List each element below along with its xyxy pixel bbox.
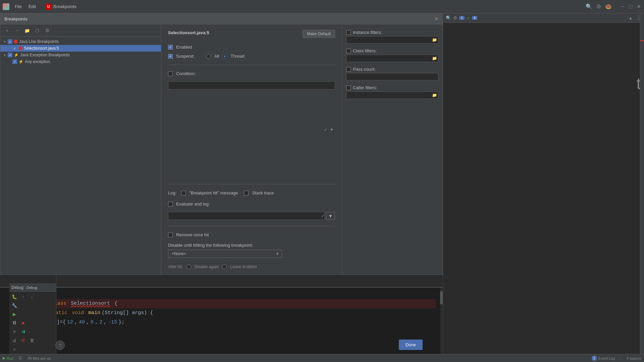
search-icon[interactable]: 🔍 (586, 3, 592, 10)
suspend-thread-radio[interactable] (222, 54, 227, 59)
instance-filter-input[interactable] (346, 36, 438, 44)
pass-count-input[interactable] (346, 73, 438, 80)
menu-file[interactable]: File (12, 3, 24, 10)
code-scrollbar[interactable] (440, 288, 443, 354)
debug-wrench-icon[interactable]: 🔧 (11, 302, 18, 309)
evaluate-expand-icon[interactable]: ⤢ (321, 214, 324, 218)
enabled-row: Enabled (168, 45, 335, 50)
code-scrollbar-thumb[interactable] (440, 291, 443, 304)
expand-arrow-icon2: ▼ (3, 53, 6, 57)
debug-more-icon[interactable]: » (11, 345, 18, 353)
settings-icon[interactable]: ⚙ (596, 3, 601, 10)
debug-print-icon[interactable]: 🖨 (11, 337, 18, 344)
debug-stop-icon[interactable]: ■ (19, 319, 27, 326)
evaluate-arrow-button[interactable]: ▼ (326, 212, 335, 220)
window-title: Breakpoints (53, 4, 76, 9)
suspend-checkbox[interactable] (168, 54, 173, 59)
open-folder-button[interactable]: 📁 (23, 26, 31, 35)
stack-trace-checkbox[interactable] (244, 191, 249, 195)
debug-tool-row-7: » (11, 345, 55, 353)
anyexception-checkbox[interactable] (12, 59, 17, 64)
dialog-body: + − 📁 ⬡ ⚙ ▼ Java Line Breakpoints (0, 24, 442, 275)
instance-filter-folder-icon[interactable]: 📁 (432, 38, 437, 42)
debug-resume-icon[interactable]: ▶ (11, 310, 18, 318)
enabled-checkbox[interactable] (168, 45, 173, 50)
make-default-button[interactable]: Make Default (303, 30, 335, 38)
debug-trash-icon[interactable]: 🗑 (28, 337, 36, 344)
disable-until-select[interactable]: <None> (168, 250, 282, 258)
selectionsort-label: Selectionsort.java:5 (24, 46, 59, 51)
evaluate-checkbox[interactable] (168, 202, 173, 206)
minimize-button[interactable]: − (620, 4, 625, 9)
divider1 (168, 65, 335, 65)
debug-tool-row-3: ▶ (11, 310, 55, 318)
pass-count-label-row: Pass count: (346, 67, 438, 72)
debug-bugs-icon[interactable]: 🐛 (11, 293, 18, 300)
remove-breakpoint-button[interactable]: − (13, 26, 21, 35)
comma1-7: , (74, 318, 77, 327)
class-filter-checkbox[interactable] (346, 49, 351, 53)
condition-arrow-icon[interactable]: ▼ (330, 127, 334, 132)
group-line-checkbox[interactable] (8, 39, 12, 44)
caller-filter-checkbox[interactable] (346, 85, 351, 90)
bp-item-selectionsort[interactable]: Selectionsort.java:5 (0, 45, 161, 52)
close-button[interactable]: ✕ (636, 4, 641, 9)
leave-enabled-label: Leave enabled (230, 264, 257, 269)
event-log-label: Event Log (598, 356, 615, 360)
instance-filter-row: Instance filters: 📁 (346, 30, 438, 44)
debug-list1-icon[interactable]: ≡ (11, 328, 18, 335)
evaluate-input[interactable] (168, 212, 325, 220)
done-button[interactable]: Done (399, 340, 423, 350)
pass-count-checkbox[interactable] (346, 67, 351, 72)
group-exception-checkbox[interactable] (8, 53, 12, 57)
disable-again-radio[interactable] (186, 264, 191, 269)
debug-section: Debug: Debug 🐛 ↑ ↓ 🔧 ▶ (9, 284, 56, 354)
suspend-row: Suspend: All Thread (168, 54, 335, 59)
rpt-settings-icon[interactable]: ⚙ (453, 15, 457, 20)
help-button[interactable]: ? (55, 341, 65, 350)
caller-filter-folder-icon[interactable]: 📁 (432, 93, 437, 98)
log-message-checkbox[interactable] (181, 191, 186, 195)
leave-enabled-radio[interactable] (222, 264, 227, 269)
export-button[interactable]: ⬡ (33, 26, 41, 35)
debug-down-icon[interactable]: ↓ (28, 293, 36, 300)
log-message-label: "Breakpoint hit" message (189, 190, 238, 195)
dialog-close-button[interactable]: ✕ (434, 16, 438, 22)
right-gutter (640, 13, 644, 354)
suspend-all-label: All (214, 54, 219, 59)
class-filter-folder-icon[interactable]: 📁 (432, 56, 437, 61)
group-exception-label: Java Exception Breakpoints (20, 53, 70, 57)
instance-filter-checkbox[interactable] (346, 30, 351, 35)
debug-list2-icon[interactable]: ⇉ (19, 328, 27, 335)
remove-once-checkbox[interactable] (168, 233, 173, 237)
bp-group-line-header[interactable]: ▼ Java Line Breakpoints (0, 38, 161, 45)
debug-tool-row-5: ≡ ⇉ (11, 328, 55, 335)
log-label: Log: (168, 190, 176, 195)
bp-item-anyexception[interactable]: ⚡ Any exception (0, 58, 161, 65)
debug-circle-icon[interactable]: ⦿ (19, 337, 27, 344)
condition-row: Condition: (168, 71, 335, 76)
bottom-list-icon[interactable]: ☰ (19, 356, 22, 360)
caller-filter-input[interactable] (346, 92, 438, 99)
suspend-all-radio[interactable] (206, 54, 211, 59)
selectionsort-checkbox[interactable] (12, 46, 17, 51)
maximize-button[interactable]: □ (628, 4, 633, 9)
rpt-expand-icon[interactable]: ▲ (629, 16, 633, 20)
debug-pause-icon[interactable] (11, 319, 18, 326)
event-log-btn[interactable]: 1 Event Log (592, 356, 615, 361)
add-breakpoint-button[interactable]: + (3, 26, 11, 35)
event-log-badge: 1 (592, 356, 597, 361)
run-button[interactable]: ▶ Run (3, 356, 13, 360)
condition-checkbox[interactable] (168, 71, 173, 76)
condition-input[interactable] (168, 81, 335, 89)
rpt-search-icon[interactable]: 🔍 (446, 15, 451, 20)
debug-up-icon[interactable]: ↑ (19, 293, 27, 300)
bp-group-exception-header[interactable]: ▼ ⚡ Java Exception Breakpoints (0, 52, 161, 58)
debug-bar: Debug: Debug (9, 284, 56, 292)
caller-filter-label-row: Caller filters: (346, 85, 438, 90)
rpt-check-icon: ✓ (467, 16, 470, 20)
condition-expand-icon[interactable]: ⤢ (324, 127, 327, 132)
bp-settings-button[interactable]: ⚙ (43, 26, 51, 35)
class-filter-input[interactable] (346, 55, 438, 62)
menu-edit[interactable]: Edit (26, 3, 39, 10)
